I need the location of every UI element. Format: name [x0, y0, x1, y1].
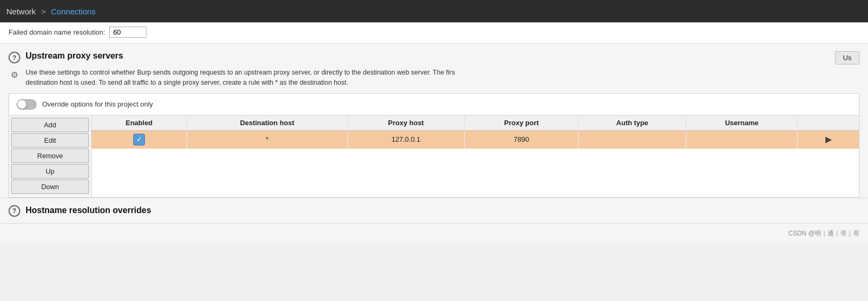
up-button[interactable]: Up [11, 164, 89, 178]
section-right: Us [835, 51, 859, 64]
down-button[interactable]: Down [11, 180, 89, 194]
footer: CSDN @明｜通｜哥｜哥 [0, 223, 868, 243]
breadcrumb-network: Network [6, 7, 36, 16]
upstream-proxy-section: ? Upstream proxy servers Us ⚙ Use these … [0, 44, 868, 198]
use-button[interactable]: Us [835, 51, 859, 64]
table-row-empty [92, 149, 859, 191]
override-toggle[interactable] [17, 99, 37, 110]
top-bar: Network > Connections [0, 0, 868, 22]
toggle-knob [18, 100, 26, 109]
section-title: Upstream proxy servers [26, 51, 123, 61]
col-proxy-port: Proxy port [464, 116, 578, 131]
cell-proxy-port: 7890 [464, 130, 578, 149]
cell-arrow: ▶ [798, 130, 859, 149]
col-username: Username [686, 116, 798, 131]
gear-icon: ⚙ [9, 69, 20, 80]
col-destination-host: Destination host [187, 116, 348, 131]
bottom-question-icon: ? [9, 205, 20, 217]
cell-proxy-host: 127.0.0.1 [347, 130, 464, 149]
failed-domain-input[interactable] [109, 27, 147, 38]
desc-row: ⚙ Use these settings to control whether … [9, 68, 859, 88]
override-label: Override options for this project only [42, 100, 153, 108]
desc-line1: Use these settings to control whether Bu… [26, 69, 455, 76]
footer-credits: CSDN @明｜通｜哥｜哥 [788, 229, 859, 238]
col-enabled: Enabled [92, 116, 187, 131]
checkbox-enabled: ✓ [133, 134, 145, 145]
add-button[interactable]: Add [11, 118, 89, 132]
col-proxy-host: Proxy host [347, 116, 464, 131]
table-wrapper: Enabled Destination host Proxy host Prox… [92, 116, 859, 197]
empty-cell [92, 149, 859, 191]
cell-enabled: ✓ [92, 130, 187, 149]
table-row[interactable]: ✓ * 127.0.0.1 7890 ▶ [92, 130, 859, 149]
breadcrumb-separator: > [41, 7, 46, 16]
table-section: Add Edit Remove Up Down Enabled Destinat… [9, 116, 859, 198]
description-text: Use these settings to control whether Bu… [26, 68, 455, 88]
question-icon: ? [9, 52, 20, 63]
bottom-section-title: Hostname resolution overrides [26, 206, 151, 215]
section-header: ? Upstream proxy servers Us [9, 51, 859, 64]
row-arrow-icon: ▶ [822, 135, 835, 144]
col-auth-type: Auth type [579, 116, 686, 131]
failed-domain-row: Failed domain name resolution: [0, 22, 868, 44]
proxy-table: Enabled Destination host Proxy host Prox… [92, 116, 859, 191]
breadcrumb-connections[interactable]: Connections [51, 7, 95, 16]
content-area: ? Upstream proxy servers Us ⚙ Use these … [0, 44, 868, 243]
edit-button[interactable]: Edit [11, 133, 89, 148]
cell-username [686, 130, 798, 149]
failed-domain-label: Failed domain name resolution: [9, 28, 105, 36]
col-arrow [798, 116, 859, 131]
cell-auth-type [579, 130, 686, 149]
override-row: Override options for this project only [9, 93, 859, 116]
bottom-section: ? Hostname resolution overrides [0, 198, 868, 223]
action-buttons: Add Edit Remove Up Down [9, 116, 92, 197]
desc-line2: destination host is used. To send all tr… [26, 79, 348, 86]
cell-destination-host: * [187, 130, 348, 149]
table-header-row: Enabled Destination host Proxy host Prox… [92, 116, 859, 131]
remove-button[interactable]: Remove [11, 149, 89, 163]
